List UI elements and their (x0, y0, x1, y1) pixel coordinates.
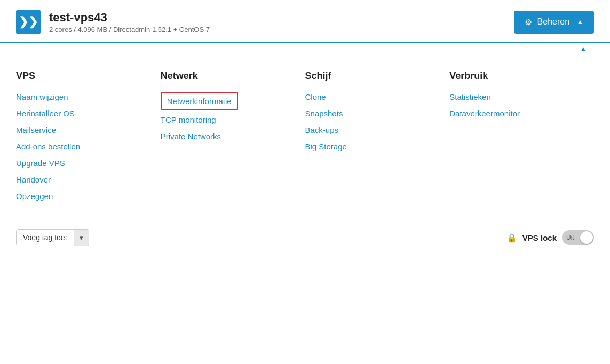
header-title-block: test-vps43 2 cores / 4.096 MB / Directad… (49, 11, 210, 34)
menu-link-1-0[interactable]: Netwerkinformatie (161, 92, 238, 110)
vps-lock-toggle[interactable]: Uit (562, 230, 594, 245)
chevron-up-icon: ▲ (577, 18, 583, 26)
gear-icon: ⚙ (525, 17, 532, 27)
menu-link-2-2[interactable]: Back-ups (305, 125, 439, 134)
menu-column-3: VerbruikStatistiekenDataverkeermonitor (449, 70, 594, 208)
menu-link-0-5[interactable]: Handover (16, 175, 150, 184)
header: ❯❯ test-vps43 2 cores / 4.096 MB / Direc… (0, 0, 610, 43)
menu-column-heading-3: Verbruik (449, 70, 583, 82)
menu-panel: VPSNaam wijzigenHerinstalleer OSMailserv… (0, 54, 610, 219)
dropdown-arrow-bar (0, 43, 610, 54)
menu-link-0-4[interactable]: Upgrade VPS (16, 159, 150, 168)
toggle-state-label: Uit (566, 234, 574, 241)
toggle-knob (580, 231, 593, 244)
menu-link-1-1[interactable]: TCP monitoring (161, 115, 295, 124)
server-specs: 2 cores / 4.096 MB / Directadmin 1.52.1 … (49, 26, 210, 34)
logo-arrows: ❯❯ (19, 16, 38, 28)
beheren-button[interactable]: ⚙ Beheren ▲ (514, 11, 594, 34)
menu-link-2-3[interactable]: Big Storage (305, 142, 439, 151)
menu-column-0: VPSNaam wijzigenHerinstalleer OSMailserv… (16, 70, 161, 208)
menu-column-heading-0: VPS (16, 70, 150, 82)
tag-label: Voeg tag toe: (17, 230, 74, 246)
menu-column-2: SchijfCloneSnapshotsBack-upsBig Storage (305, 70, 450, 208)
header-left: ❯❯ test-vps43 2 cores / 4.096 MB / Direc… (16, 10, 210, 34)
menu-column-heading-2: Schijf (305, 70, 439, 82)
menu-link-0-1[interactable]: Herinstalleer OS (16, 109, 150, 118)
lock-icon: 🔒 (506, 233, 517, 243)
menu-link-3-1[interactable]: Dataverkeermonitor (449, 109, 583, 118)
menu-link-0-6[interactable]: Opzeggen (16, 192, 150, 201)
menu-column-1: NetwerkNetwerkinformatieTCP monitoringPr… (161, 70, 305, 208)
menu-link-0-2[interactable]: Mailservice (16, 125, 150, 134)
vps-lock-area: 🔒 VPS lock Uit (506, 230, 594, 245)
menu-column-heading-1: Netwerk (161, 70, 295, 82)
beheren-label: Beheren (537, 17, 570, 27)
menu-link-3-0[interactable]: Statistieken (449, 92, 583, 101)
menu-link-2-1[interactable]: Snapshots (305, 109, 439, 118)
footer-bar: Voeg tag toe: ▾ 🔒 VPS lock Uit (0, 219, 610, 256)
tag-select-wrapper[interactable]: Voeg tag toe: ▾ (16, 229, 89, 246)
menu-link-1-2[interactable]: Private Networks (161, 132, 295, 141)
server-name: test-vps43 (49, 11, 210, 25)
menu-link-0-3[interactable]: Add-ons bestellen (16, 142, 150, 151)
logo-icon: ❯❯ (16, 10, 41, 34)
menu-link-0-0[interactable]: Naam wijzigen (16, 92, 150, 101)
vps-lock-label: VPS lock (522, 233, 557, 242)
tag-dropdown-button[interactable]: ▾ (74, 230, 89, 246)
menu-link-2-0[interactable]: Clone (305, 92, 439, 101)
